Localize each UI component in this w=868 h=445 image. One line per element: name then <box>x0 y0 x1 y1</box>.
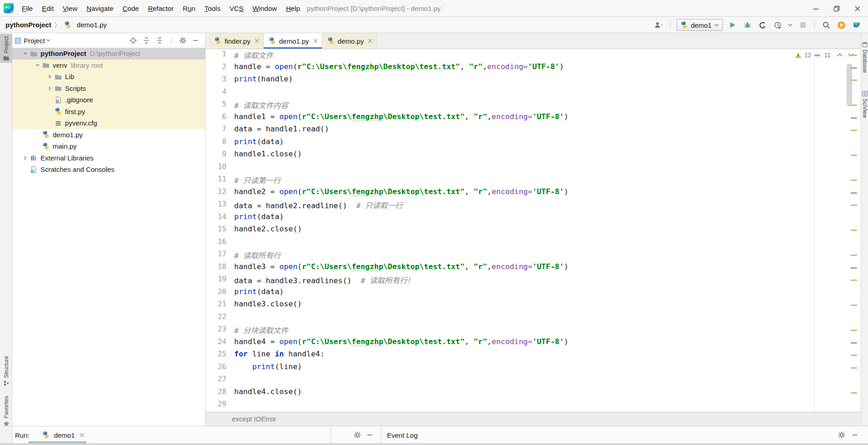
stripe-mark-typo[interactable] <box>851 117 857 119</box>
tool-stripe-structure-button[interactable]: Structure <box>0 354 12 388</box>
code-line-18[interactable]: handle3 = open(r"C:\Users\fengzhp\Deskto… <box>234 262 861 275</box>
stripe-mark-typo[interactable] <box>851 67 857 69</box>
code-line-9[interactable]: handle1.close() <box>234 150 861 162</box>
stripe-mark-warning[interactable] <box>851 80 857 81</box>
code-line-26[interactable]: print(line) <box>234 362 861 375</box>
prev-issue-chevron-icon[interactable] <box>837 53 843 57</box>
close-button[interactable] <box>847 0 868 17</box>
expand-all-icon[interactable] <box>143 37 150 44</box>
code-line-5[interactable]: # 读取文件内容 <box>234 100 861 112</box>
close-tab-icon[interactable] <box>255 39 259 43</box>
project-panel-title[interactable]: Project <box>24 37 45 45</box>
minimize-button[interactable] <box>805 0 826 17</box>
code-line-17[interactable]: # 读取所有行 <box>234 250 861 262</box>
code-line-29[interactable] <box>234 400 861 412</box>
stripe-mark-warning[interactable] <box>851 255 857 256</box>
stripe-mark-warning[interactable] <box>851 130 857 131</box>
gear-icon[interactable] <box>179 37 186 44</box>
collapse-all-icon[interactable] <box>156 37 163 44</box>
menu-refactor[interactable]: Refactor <box>143 0 178 17</box>
menu-run[interactable]: Run <box>178 0 200 17</box>
menu-navigate[interactable]: Navigate <box>82 0 118 17</box>
tree-item-pyvenv-cfg[interactable]: pyvenv.cfg <box>12 117 205 129</box>
stripe-mark-warning[interactable] <box>851 205 857 206</box>
gear-icon[interactable] <box>838 431 845 439</box>
profiler-button[interactable] <box>772 20 783 30</box>
code-line-2[interactable]: handle = open(r"C:\Users\fengzhp\Desktop… <box>234 62 861 75</box>
code-line-12[interactable]: handle2 = open(r"C:\Users\fengzhp\Deskto… <box>234 187 861 200</box>
chevron-right-icon[interactable] <box>47 74 52 79</box>
hide-panel-icon[interactable] <box>852 432 858 438</box>
chevron-down-icon[interactable] <box>35 63 40 68</box>
run-options-chevron-icon[interactable] <box>787 20 793 30</box>
menu-tools[interactable]: Tools <box>200 0 225 17</box>
code-editor[interactable]: 1234567891011121314151617181920212223242… <box>206 49 861 412</box>
code-content[interactable]: # 读取文件handle = open(r"C:\Users\fengzhp\D… <box>233 49 861 412</box>
tree-item-lib[interactable]: Lib <box>12 71 205 83</box>
chevron-right-icon[interactable] <box>23 155 28 160</box>
code-line-8[interactable]: print(data) <box>234 137 861 150</box>
menu-edit[interactable]: Edit <box>37 0 58 17</box>
code-line-23[interactable]: # 分块读取文件 <box>234 325 861 337</box>
stripe-mark-warning[interactable] <box>851 330 857 331</box>
menu-help[interactable]: Help <box>281 0 305 17</box>
stripe-mark-typo[interactable] <box>851 342 857 344</box>
close-tab-icon[interactable] <box>313 39 318 43</box>
close-tab-icon[interactable] <box>368 39 372 43</box>
debug-button[interactable] <box>742 20 753 30</box>
chevron-down-icon[interactable] <box>23 51 28 56</box>
code-line-22[interactable] <box>234 312 861 325</box>
tool-stripe-favorites-button[interactable]: Favorites <box>0 394 12 429</box>
inspections-widget[interactable]: 12 11 <box>795 51 853 59</box>
stripe-mark-warning[interactable] <box>851 280 857 281</box>
run-window-label[interactable]: Run: <box>15 431 30 439</box>
code-line-7[interactable]: data = handle1.read() <box>234 125 861 137</box>
code-line-14[interactable]: print(data) <box>234 212 861 225</box>
user-account-icon[interactable] <box>653 20 664 30</box>
code-line-6[interactable]: handle1 = open(r"C:\Users\fengzhp\Deskto… <box>234 112 861 125</box>
stripe-mark-warning[interactable] <box>851 367 857 369</box>
menu-window[interactable]: Window <box>248 0 281 17</box>
breadcrumb-file[interactable]: demo1.py <box>77 21 107 29</box>
tree-item-demo1-py[interactable]: demo1.py <box>12 129 205 141</box>
run-configuration-select[interactable]: demo1 <box>677 19 723 31</box>
locate-file-icon[interactable] <box>130 37 137 44</box>
chevron-down-icon[interactable] <box>46 39 50 42</box>
breadcrumb-project[interactable]: pythonProject <box>5 21 51 29</box>
code-line-27[interactable] <box>234 375 861 387</box>
editor-tab-demo-py[interactable]: demo.py <box>322 33 377 49</box>
tree-item-first-py[interactable]: first.py <box>12 106 205 118</box>
stripe-mark-warning[interactable] <box>851 305 857 306</box>
update-available-icon[interactable] <box>836 20 847 30</box>
code-line-1[interactable]: # 读取文件 <box>234 50 861 62</box>
menu-code[interactable]: Code <box>118 0 144 17</box>
tree-item-venv[interactable]: venvlibrary root <box>12 60 205 71</box>
event-log-label[interactable]: Event Log <box>387 431 418 439</box>
code-line-28[interactable]: handle4.close() <box>234 387 861 400</box>
tool-stripe-sciview-button[interactable]: SciView <box>861 89 868 120</box>
code-line-11[interactable]: # 只读第一行 <box>234 175 861 187</box>
code-line-13[interactable]: data = handle2.readline() # 只读取一行 <box>234 200 861 212</box>
close-tab-icon[interactable] <box>80 433 84 437</box>
code-line-25[interactable]: for line in handle4: <box>234 350 861 362</box>
code-line-3[interactable]: print(handle) <box>234 75 861 87</box>
code-line-24[interactable]: handle4 = open(r"C:\Users\fengzhp\Deskto… <box>234 337 861 350</box>
code-line-15[interactable]: handle2.close() <box>234 225 861 237</box>
menu-vcs[interactable]: VCS <box>225 0 248 17</box>
code-line-19[interactable]: data = handle3.readlines() # 读取所有行! <box>234 275 861 287</box>
editor-tab-finder-py[interactable]: finder.py <box>209 33 264 49</box>
stripe-mark-warning[interactable] <box>851 155 857 156</box>
stripe-mark-warning[interactable] <box>851 230 857 231</box>
code-line-20[interactable]: print(data) <box>234 287 861 300</box>
tree-item-pythonproject[interactable]: pythonProjectD:\pythonProject <box>12 48 205 60</box>
editor-tab-demo1-py[interactable]: demo1.py <box>264 33 322 49</box>
run-tab-name[interactable]: demo1 <box>54 431 75 439</box>
run-with-coverage-button[interactable] <box>757 20 768 30</box>
ide-features-trainer-icon[interactable] <box>851 20 862 30</box>
chevron-right-icon[interactable] <box>47 86 52 91</box>
hide-panel-icon[interactable] <box>192 37 199 44</box>
menu-file[interactable]: File <box>17 0 37 17</box>
restore-button[interactable] <box>826 0 847 17</box>
stripe-mark-warning[interactable] <box>851 55 857 56</box>
run-button[interactable] <box>727 20 738 30</box>
